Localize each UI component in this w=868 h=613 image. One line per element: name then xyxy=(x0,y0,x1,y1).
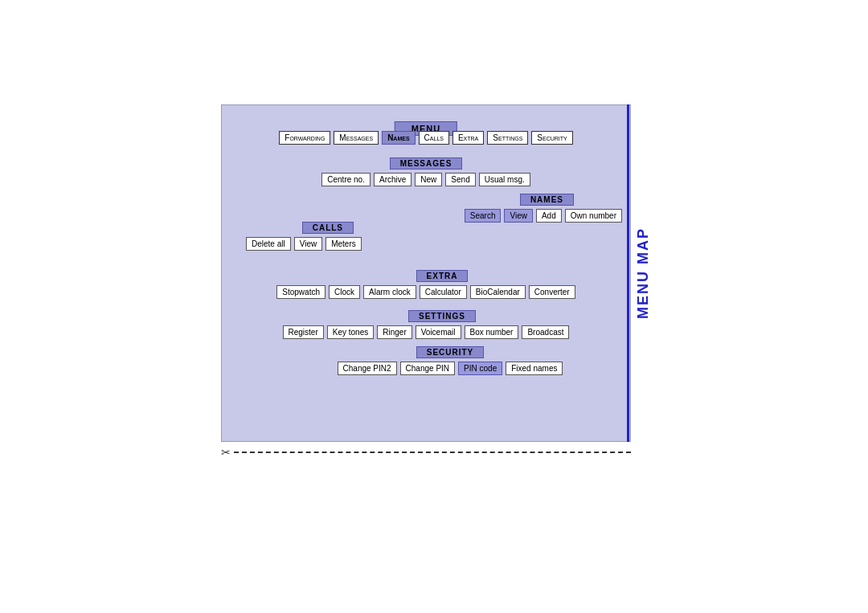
page-container: MENU Forwarding Messages Names Calls Ext… xyxy=(0,0,868,613)
messages-item-usual[interactable]: Usual msg. xyxy=(479,173,530,186)
calls-item-meters[interactable]: Meters xyxy=(326,237,362,251)
security-item-change-pin2[interactable]: Change PIN2 xyxy=(338,362,397,375)
messages-item-centre[interactable]: Centre no. xyxy=(321,173,371,186)
names-section: NAMES Search View Add Own number xyxy=(230,194,622,223)
diagram-area: MENU Forwarding Messages Names Calls Ext… xyxy=(221,104,631,442)
names-items: Search View Add Own number xyxy=(230,209,622,223)
nav-item-calls[interactable]: Calls xyxy=(419,131,449,145)
settings-item-broadcast[interactable]: Broadcast xyxy=(522,325,569,339)
nav-item-extra[interactable]: Extra xyxy=(452,131,484,145)
security-item-change-pin[interactable]: Change PIN xyxy=(400,362,455,375)
messages-item-send[interactable]: Send xyxy=(445,173,475,186)
names-item-view[interactable]: View xyxy=(504,209,533,223)
security-item-fixed-names[interactable]: Fixed names xyxy=(506,362,563,375)
nav-item-settings[interactable]: Settings xyxy=(487,131,528,145)
side-label-container: MENU MAP xyxy=(631,104,655,442)
calls-header: CALLS xyxy=(302,222,354,234)
settings-section: SETTINGS Register Key tones Ringer Voice… xyxy=(230,310,622,339)
settings-header: SETTINGS xyxy=(408,310,476,322)
messages-items: Centre no. Archive New Send Usual msg. xyxy=(230,173,622,186)
calls-item-view[interactable]: View xyxy=(294,237,323,251)
nav-item-messages[interactable]: Messages xyxy=(334,131,379,145)
extra-item-alarm-clock[interactable]: Alarm clock xyxy=(363,285,416,299)
settings-item-voicemail[interactable]: Voicemail xyxy=(416,325,461,339)
calls-item-delete-all[interactable]: Delete all xyxy=(246,237,291,251)
names-item-search[interactable]: Search xyxy=(465,209,502,223)
messages-item-archive[interactable]: Archive xyxy=(374,173,411,186)
nav-item-forwarding[interactable]: Forwarding xyxy=(279,131,330,145)
extra-item-clock[interactable]: Clock xyxy=(329,285,360,299)
names-item-add[interactable]: Add xyxy=(536,209,562,223)
menu-map-label: MENU MAP xyxy=(635,227,652,319)
settings-item-register[interactable]: Register xyxy=(283,325,324,339)
names-item-own-number[interactable]: Own number xyxy=(565,209,622,223)
extra-item-calculator[interactable]: Calculator xyxy=(420,285,467,299)
nav-item-names[interactable]: Names xyxy=(382,131,415,145)
messages-item-new[interactable]: New xyxy=(415,173,442,186)
scissors-icon: ✂ xyxy=(221,446,231,459)
settings-item-key-tones[interactable]: Key tones xyxy=(327,325,374,339)
messages-section: MESSAGES Centre no. Archive New Send Usu… xyxy=(230,157,622,186)
security-section: SECURITY Change PIN2 Change PIN PIN code… xyxy=(230,346,622,375)
calls-section: CALLS Delete all View Meters xyxy=(230,222,622,251)
extra-item-biocalendar[interactable]: BioCalendar xyxy=(470,285,526,299)
extra-item-stopwatch[interactable]: Stopwatch xyxy=(276,285,326,299)
security-header: SECURITY xyxy=(416,346,485,358)
dashed-separator xyxy=(234,452,631,453)
security-item-pin-code[interactable]: PIN code xyxy=(458,362,502,375)
extra-header: EXTRA xyxy=(416,270,469,282)
nav-item-security[interactable]: Security xyxy=(531,131,572,145)
messages-header: MESSAGES xyxy=(390,157,463,170)
names-header: NAMES xyxy=(520,194,574,206)
menu-nav-row: Forwarding Messages Names Calls Extra Se… xyxy=(230,131,622,145)
settings-item-ringer[interactable]: Ringer xyxy=(377,325,411,339)
extra-section: EXTRA Stopwatch Clock Alarm clock Calcul… xyxy=(230,270,622,299)
cut-line: ✂ xyxy=(221,446,631,459)
settings-item-box-number[interactable]: Box number xyxy=(465,325,519,339)
extra-item-converter[interactable]: Converter xyxy=(529,285,575,299)
vertical-bar xyxy=(627,104,629,442)
